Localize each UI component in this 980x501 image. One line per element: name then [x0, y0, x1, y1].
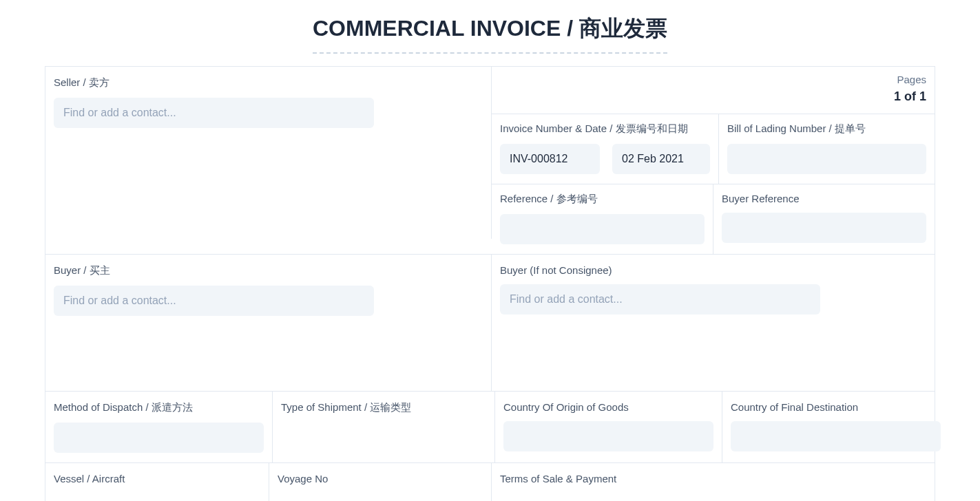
terms-sale-payment-label: Terms of Sale & Payment: [500, 473, 926, 484]
terms-sale-payment-cell: Terms of Sale & Payment: [492, 463, 935, 501]
seller-label: Seller / 卖方: [54, 76, 483, 89]
pages-label: Pages: [500, 74, 926, 85]
pages-value: 1 of 1: [894, 89, 926, 103]
buyer-reference-cell: Buyer Reference: [713, 184, 935, 254]
buyer-not-consignee-label: Buyer (If not Consignee): [500, 264, 926, 276]
reference-label: Reference / 参考编号: [500, 193, 705, 206]
country-final-label: Country of Final Destination: [731, 401, 941, 413]
seller-input[interactable]: [54, 98, 374, 128]
invoice-number-date-cell: Invoice Number & Date / 发票编号和日期: [492, 114, 719, 184]
bill-of-lading-label: Bill of Lading Number / 提单号: [727, 122, 926, 136]
vessel-aircraft-label: Vessel / Aircraft: [54, 473, 260, 484]
country-origin-cell: Country Of Origin of Goods: [495, 392, 722, 462]
bill-of-lading-cell: Bill of Lading Number / 提单号: [719, 114, 935, 184]
seller-cell: Seller / 卖方: [45, 67, 492, 239]
voyage-no-cell: Voyage No: [269, 463, 492, 501]
page-title: COMMERCIAL INVOICE / 商业发票: [313, 14, 667, 54]
buyer-not-consignee-cell: Buyer (If not Consignee): [492, 255, 935, 391]
buyer-label: Buyer / 买主: [54, 264, 483, 277]
invoice-number-input[interactable]: [500, 144, 600, 174]
right-top-block: Pages 1 of 1 Invoice Number & Date / 发票编…: [492, 67, 935, 254]
voyage-no-label: Voyage No: [278, 473, 483, 484]
country-origin-label: Country Of Origin of Goods: [503, 401, 713, 413]
pages-cell: Pages 1 of 1: [492, 67, 935, 114]
method-of-dispatch-cell: Method of Dispatch / 派遣方法: [45, 392, 273, 462]
reference-input[interactable]: [500, 214, 705, 244]
invoice-date-input[interactable]: [612, 144, 710, 174]
invoice-number-date-label: Invoice Number & Date / 发票编号和日期: [500, 122, 710, 136]
country-final-input[interactable]: [731, 421, 941, 451]
buyer-reference-input[interactable]: [722, 213, 926, 243]
reference-cell: Reference / 参考编号: [492, 184, 713, 254]
method-of-dispatch-input[interactable]: [54, 423, 264, 453]
vessel-aircraft-cell: Vessel / Aircraft: [45, 463, 269, 501]
invoice-form: Seller / 卖方 Pages 1 of 1 Invoice Number …: [45, 66, 935, 501]
country-origin-input[interactable]: [503, 421, 713, 451]
type-of-shipment-label: Type of Shipment / 运输类型: [281, 401, 486, 414]
buyer-reference-label: Buyer Reference: [722, 193, 926, 204]
buyer-not-consignee-input[interactable]: [500, 284, 820, 315]
bill-of-lading-input[interactable]: [727, 144, 926, 174]
country-final-cell: Country of Final Destination: [722, 392, 949, 462]
buyer-input[interactable]: [54, 286, 374, 316]
type-of-shipment-cell: Type of Shipment / 运输类型: [273, 392, 495, 462]
buyer-cell: Buyer / 买主: [45, 255, 492, 391]
method-of-dispatch-label: Method of Dispatch / 派遣方法: [54, 401, 264, 414]
